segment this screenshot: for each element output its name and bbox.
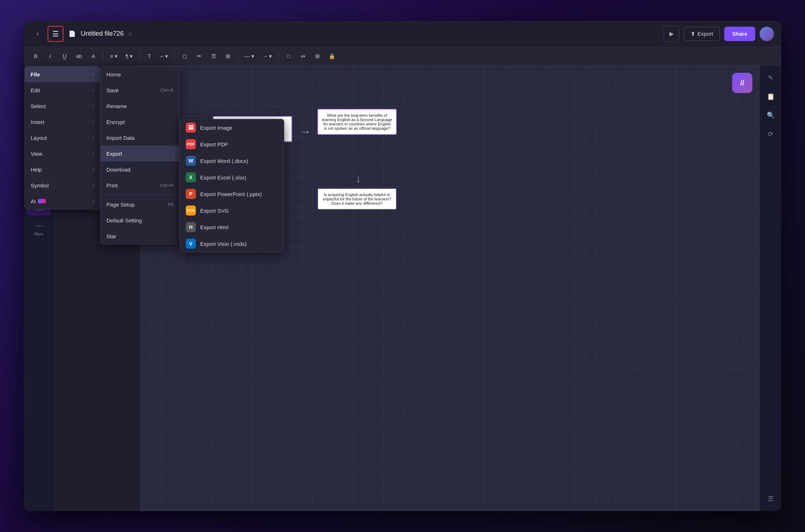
diagram-box-2: What are the long-term benefits of learn…	[317, 109, 397, 135]
sidebar-item-more[interactable]: ⋯ More	[27, 217, 51, 240]
export-svg-icon: SVG	[186, 205, 196, 216]
right-sidebar: ✎ 📋 🔍 ⟳ ☰	[760, 66, 781, 511]
star-icon[interactable]: ☆	[127, 30, 133, 38]
shape-button[interactable]: □	[282, 50, 295, 62]
diagram-box-3: Is acquiring English actually helpful or…	[317, 188, 397, 210]
export-word-icon: W	[186, 156, 196, 166]
file-home[interactable]: Home	[101, 66, 179, 82]
menu-separator	[101, 195, 179, 195]
file-print[interactable]: Print Ctrl+P	[101, 177, 179, 193]
pen-button[interactable]: ✏	[193, 50, 205, 62]
grid-button[interactable]: ⊞	[311, 50, 324, 62]
export-word[interactable]: W Export Word (.docx)	[180, 152, 284, 169]
back-button[interactable]: ‹	[31, 27, 44, 40]
export-button[interactable]: ⬆ Export	[684, 27, 720, 41]
table-button[interactable]: ⊞	[222, 50, 234, 62]
strikethrough-button[interactable]: ab	[73, 50, 85, 62]
file-page-setup[interactable]: Page Setup F6	[101, 196, 179, 212]
export-image[interactable]: 🖼 Export Image	[180, 119, 284, 136]
share-button[interactable]: Share	[724, 27, 755, 41]
lock-button[interactable]: 🔒	[326, 50, 338, 62]
file-star[interactable]: Star	[101, 228, 179, 244]
italic-button[interactable]: I	[44, 50, 56, 62]
main-menu[interactable]: File › Edit › Select › Insert › Layout ›…	[25, 66, 100, 209]
menu-view[interactable]: View ›	[25, 146, 100, 161]
line-spacing-button[interactable]: ¶ ▾	[123, 50, 136, 62]
bold-button[interactable]: B	[30, 50, 42, 62]
export-excel[interactable]: X Export Excel (.xlsx)	[180, 169, 284, 186]
separator	[238, 52, 238, 61]
file-download[interactable]: Download	[101, 161, 179, 177]
file-default-setting[interactable]: Default Setting	[101, 212, 179, 228]
more-icon: ⋯	[35, 221, 43, 230]
avatar[interactable]	[760, 27, 774, 41]
arrow-right-1: →	[299, 125, 311, 138]
menu-edit[interactable]: Edit ›	[25, 82, 100, 98]
export-submenu[interactable]: 🖼 Export Image PDF Export PDF W Export W…	[180, 119, 284, 252]
menu-file[interactable]: File ›	[25, 66, 100, 82]
menu-help[interactable]: Help ›	[25, 161, 100, 177]
connector-button[interactable]: ⌐ ▾	[158, 50, 171, 62]
right-btn-settings[interactable]: ☰	[763, 491, 779, 507]
export-ppt-icon: P	[186, 189, 196, 199]
separator	[139, 52, 140, 61]
menu-symbol[interactable]: Symbol ›	[25, 177, 100, 193]
export-pdf[interactable]: PDF Export PDF	[180, 136, 284, 152]
underline-button[interactable]: U̲	[58, 50, 71, 62]
export-html[interactable]: H Export Html	[180, 219, 284, 235]
export-svg[interactable]: SVG Export SVG	[180, 202, 284, 219]
arrow-down-1: →	[353, 174, 364, 185]
menu-layout[interactable]: Layout ›	[25, 130, 100, 146]
list-button[interactable]: ☰	[207, 50, 220, 62]
export-excel-icon: X	[186, 172, 196, 182]
ai-badge[interactable]: //	[732, 73, 752, 93]
menu-select[interactable]: Select ›	[25, 98, 100, 114]
menu-ai[interactable]: AI ›	[25, 193, 100, 209]
toolbar: B I U̲ ab A ≡ ▾ ¶ ▾ T ⌐ ▾ ◻ ✏ ☰ ⊞ — ▾ → …	[24, 47, 781, 66]
file-save[interactable]: Save Ctrl+S	[101, 82, 179, 98]
align-button[interactable]: ≡ ▾	[107, 50, 120, 62]
export-visio-icon: V	[186, 239, 196, 249]
file-icon: 📄	[67, 29, 77, 39]
line-style-button[interactable]: — ▾	[242, 50, 257, 62]
file-encrypt[interactable]: Encrypt	[101, 114, 179, 130]
file-export[interactable]: Export ›	[101, 146, 179, 161]
play-button[interactable]: ▶	[664, 26, 679, 42]
file-title: Untitled file726	[81, 30, 124, 37]
menu-button[interactable]: ☰	[48, 26, 63, 42]
right-btn-copy[interactable]: 📋	[763, 89, 779, 105]
menu-insert[interactable]: Insert ›	[25, 114, 100, 130]
export-visio[interactable]: V Export Visio (.vsdx)	[180, 235, 284, 252]
export-powerpoint[interactable]: P Export PowerPoint (.pptx)	[180, 186, 284, 202]
right-btn-history[interactable]: ⟳	[763, 126, 779, 142]
export-pdf-icon: PDF	[186, 139, 196, 149]
file-submenu[interactable]: Home Save Ctrl+S Rename Encrypt Import D…	[100, 66, 180, 244]
export-image-icon: 🖼	[186, 123, 196, 133]
separator	[175, 52, 175, 61]
fill-button[interactable]: ◻	[179, 50, 191, 62]
arrow-button[interactable]: → ▾	[259, 50, 275, 62]
right-btn-edit[interactable]: ✎	[763, 70, 779, 86]
separator	[103, 52, 104, 61]
file-rename[interactable]: Rename	[101, 98, 179, 114]
text-button[interactable]: T	[143, 50, 155, 62]
resize-button[interactable]: ⇔	[297, 50, 309, 62]
font-color-button[interactable]: A	[87, 50, 100, 62]
right-btn-search[interactable]: 🔍	[763, 107, 779, 123]
export-html-icon: H	[186, 222, 196, 232]
file-import-data[interactable]: Import Data	[101, 130, 179, 146]
separator	[278, 52, 279, 61]
sidebar-label-more: More	[34, 232, 43, 236]
